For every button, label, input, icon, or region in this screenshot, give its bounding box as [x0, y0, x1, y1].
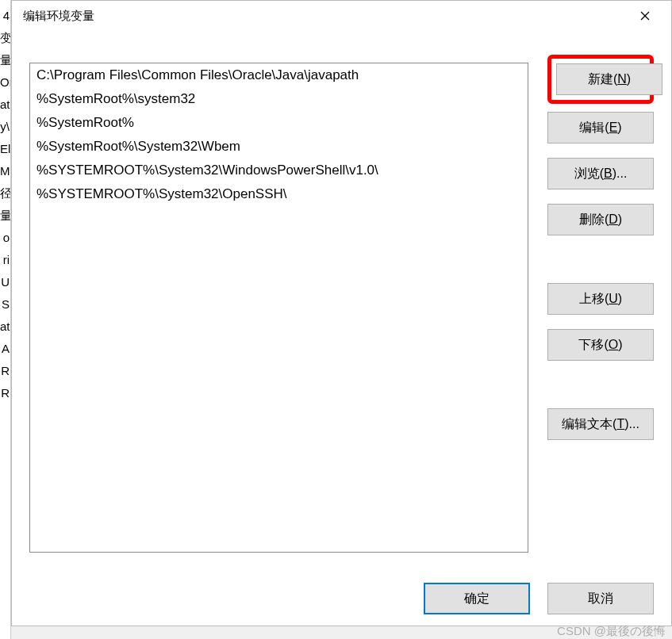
button-column: 新建(N) 编辑(E) 浏览(B)... 删除(D) 上移(U) 下移(O)	[547, 63, 654, 562]
ok-button[interactable]: 确定	[424, 583, 530, 614]
titlebar: 编辑环境变量	[12, 1, 671, 31]
edit-button[interactable]: 编辑(E)	[547, 112, 654, 143]
browse-button[interactable]: 浏览(B)...	[547, 158, 654, 189]
list-item[interactable]: C:\Program Files\Common Files\Oracle\Jav…	[30, 63, 528, 87]
new-button[interactable]: 新建(N)	[556, 63, 662, 95]
cancel-button[interactable]: 取消	[547, 583, 654, 614]
path-listbox[interactable]: C:\Program Files\Common Files\Oracle\Jav…	[29, 63, 528, 553]
list-item[interactable]: %SystemRoot%	[30, 111, 528, 135]
main-area: C:\Program Files\Common Files\Oracle\Jav…	[29, 63, 654, 562]
dialog-body: C:\Program Files\Common Files\Oracle\Jav…	[12, 31, 671, 626]
list-item[interactable]: %SYSTEMROOT%\System32\OpenSSH\	[30, 182, 528, 206]
edit-text-button[interactable]: 编辑文本(T)...	[547, 408, 654, 440]
list-item[interactable]: %SystemRoot%\System32\Wbem	[30, 135, 528, 159]
bottom-button-row: 确定 取消	[29, 562, 654, 614]
list-item[interactable]: %SystemRoot%\system32	[30, 87, 528, 111]
watermark: CSDN @最後の後悔	[557, 624, 666, 639]
move-up-button[interactable]: 上移(U)	[547, 283, 654, 315]
close-icon	[640, 11, 650, 21]
dialog-title: 编辑环境变量	[23, 9, 627, 24]
move-down-button[interactable]: 下移(O)	[547, 329, 654, 361]
delete-button[interactable]: 删除(D)	[547, 204, 654, 235]
background-window-fragments: 4 变量Onaty\ElM 径 量oriUSatARR	[0, 0, 11, 639]
edit-env-var-dialog: 编辑环境变量 C:\Program Files\Common Files\Ora…	[11, 0, 672, 626]
list-item[interactable]: %SYSTEMROOT%\System32\WindowsPowerShell\…	[30, 159, 528, 182]
new-button-highlight: 新建(N)	[547, 55, 654, 104]
close-button[interactable]	[627, 4, 663, 28]
